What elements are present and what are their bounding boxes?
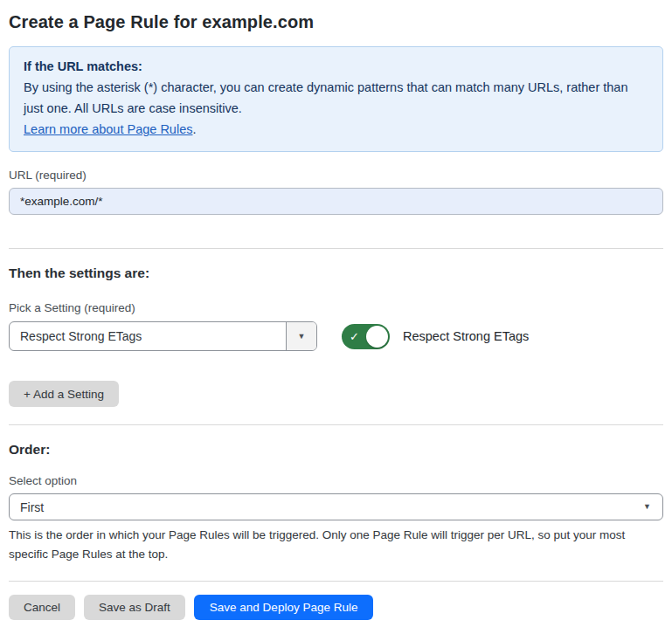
pick-setting-label: Pick a Setting (required) [9,301,663,314]
divider [9,424,663,425]
url-input[interactable] [9,188,663,215]
order-section-heading: Order: [9,442,663,458]
setting-toggle-group: ✓ Respect Strong ETags [342,324,529,349]
setting-row: Respect Strong ETags ▼ ✓ Respect Strong … [9,321,663,351]
order-select-label: Select option [9,474,663,487]
respect-strong-etags-toggle[interactable]: ✓ [342,324,390,349]
link-suffix: . [192,122,196,136]
setting-select[interactable]: Respect Strong ETags ▼ [9,321,317,351]
setting-select-value: Respect Strong ETags [10,329,286,343]
create-page-rule-page: Create a Page Rule for example.com If th… [0,0,672,620]
divider [9,248,663,249]
url-match-info-box: If the URL matches: By using the asteris… [9,46,663,152]
save-and-deploy-button[interactable]: Save and Deploy Page Rule [194,595,374,620]
info-box-heading: If the URL matches: [24,56,648,77]
info-box-body: By using the asterisk (*) character, you… [24,77,648,119]
chevron-down-icon: ▼ [643,503,651,511]
cancel-button[interactable]: Cancel [9,595,75,620]
order-select-value: First [10,500,643,514]
order-select[interactable]: First ▼ [9,493,663,520]
check-icon: ✓ [350,331,359,342]
add-setting-button[interactable]: + Add a Setting [9,381,119,407]
toggle-knob [366,326,388,348]
url-field-label: URL (required) [9,169,663,182]
learn-more-link[interactable]: Learn more about Page Rules [24,122,192,136]
toggle-label: Respect Strong ETags [403,329,529,343]
settings-section-heading: Then the settings are: [9,265,663,281]
setting-select-arrow-button[interactable]: ▼ [286,322,316,350]
order-help-text: This is the order in which your Page Rul… [9,526,655,564]
info-box-link-line: Learn more about Page Rules. [24,119,648,140]
divider [9,581,663,582]
save-as-draft-button[interactable]: Save as Draft [84,595,185,620]
chevron-down-icon: ▼ [298,333,306,341]
footer-actions: Cancel Save as Draft Save and Deploy Pag… [9,595,663,620]
page-title: Create a Page Rule for example.com [9,12,663,32]
